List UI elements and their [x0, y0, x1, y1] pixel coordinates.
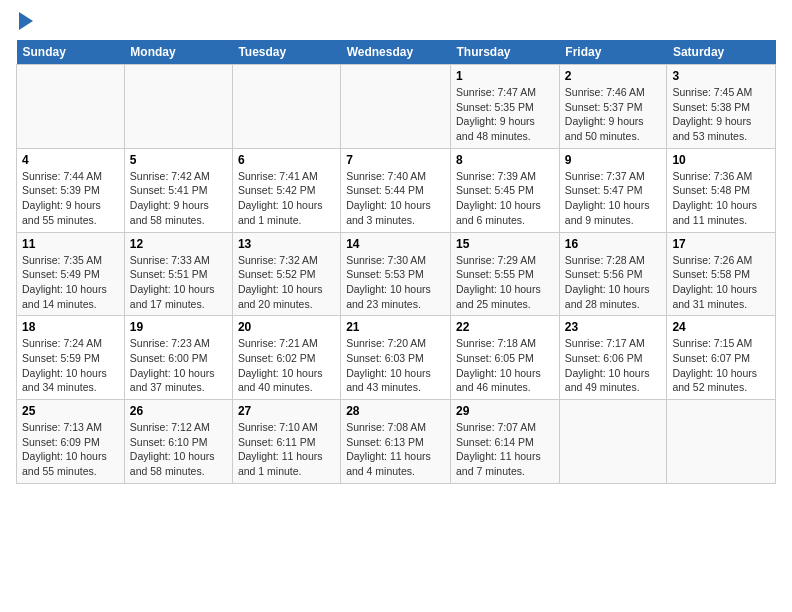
calendar-cell: 9Sunrise: 7:37 AMSunset: 5:47 PMDaylight… [559, 148, 667, 232]
calendar-cell: 11Sunrise: 7:35 AMSunset: 5:49 PMDayligh… [17, 232, 125, 316]
calendar-cell [232, 65, 340, 149]
day-number: 16 [565, 237, 662, 251]
day-number: 25 [22, 404, 119, 418]
day-info: Sunrise: 7:20 AMSunset: 6:03 PMDaylight:… [346, 336, 445, 395]
header-cell-tuesday: Tuesday [232, 40, 340, 65]
day-info: Sunrise: 7:18 AMSunset: 6:05 PMDaylight:… [456, 336, 554, 395]
calendar-cell: 1Sunrise: 7:47 AMSunset: 5:35 PMDaylight… [451, 65, 560, 149]
calendar-cell: 21Sunrise: 7:20 AMSunset: 6:03 PMDayligh… [341, 316, 451, 400]
day-info: Sunrise: 7:35 AMSunset: 5:49 PMDaylight:… [22, 253, 119, 312]
day-info: Sunrise: 7:12 AMSunset: 6:10 PMDaylight:… [130, 420, 227, 479]
day-info: Sunrise: 7:24 AMSunset: 5:59 PMDaylight:… [22, 336, 119, 395]
header-cell-thursday: Thursday [451, 40, 560, 65]
day-number: 17 [672, 237, 770, 251]
header-cell-friday: Friday [559, 40, 667, 65]
day-info: Sunrise: 7:23 AMSunset: 6:00 PMDaylight:… [130, 336, 227, 395]
day-number: 13 [238, 237, 335, 251]
day-number: 5 [130, 153, 227, 167]
day-number: 29 [456, 404, 554, 418]
day-number: 9 [565, 153, 662, 167]
calendar-cell [17, 65, 125, 149]
logo [16, 16, 33, 30]
day-number: 1 [456, 69, 554, 83]
day-info: Sunrise: 7:29 AMSunset: 5:55 PMDaylight:… [456, 253, 554, 312]
day-number: 6 [238, 153, 335, 167]
day-info: Sunrise: 7:10 AMSunset: 6:11 PMDaylight:… [238, 420, 335, 479]
calendar-cell: 20Sunrise: 7:21 AMSunset: 6:02 PMDayligh… [232, 316, 340, 400]
week-row-4: 18Sunrise: 7:24 AMSunset: 5:59 PMDayligh… [17, 316, 776, 400]
week-row-3: 11Sunrise: 7:35 AMSunset: 5:49 PMDayligh… [17, 232, 776, 316]
calendar-cell: 5Sunrise: 7:42 AMSunset: 5:41 PMDaylight… [124, 148, 232, 232]
day-info: Sunrise: 7:37 AMSunset: 5:47 PMDaylight:… [565, 169, 662, 228]
day-number: 10 [672, 153, 770, 167]
calendar-cell: 10Sunrise: 7:36 AMSunset: 5:48 PMDayligh… [667, 148, 776, 232]
calendar-cell: 16Sunrise: 7:28 AMSunset: 5:56 PMDayligh… [559, 232, 667, 316]
day-info: Sunrise: 7:07 AMSunset: 6:14 PMDaylight:… [456, 420, 554, 479]
calendar-cell: 26Sunrise: 7:12 AMSunset: 6:10 PMDayligh… [124, 400, 232, 484]
calendar-cell: 28Sunrise: 7:08 AMSunset: 6:13 PMDayligh… [341, 400, 451, 484]
day-number: 21 [346, 320, 445, 334]
header-cell-wednesday: Wednesday [341, 40, 451, 65]
day-number: 27 [238, 404, 335, 418]
page-header [16, 16, 776, 30]
day-info: Sunrise: 7:17 AMSunset: 6:06 PMDaylight:… [565, 336, 662, 395]
day-info: Sunrise: 7:36 AMSunset: 5:48 PMDaylight:… [672, 169, 770, 228]
calendar-cell: 25Sunrise: 7:13 AMSunset: 6:09 PMDayligh… [17, 400, 125, 484]
calendar-cell: 18Sunrise: 7:24 AMSunset: 5:59 PMDayligh… [17, 316, 125, 400]
day-number: 2 [565, 69, 662, 83]
calendar-table: SundayMondayTuesdayWednesdayThursdayFrid… [16, 40, 776, 484]
day-number: 15 [456, 237, 554, 251]
day-info: Sunrise: 7:32 AMSunset: 5:52 PMDaylight:… [238, 253, 335, 312]
day-number: 14 [346, 237, 445, 251]
calendar-header: SundayMondayTuesdayWednesdayThursdayFrid… [17, 40, 776, 65]
day-info: Sunrise: 7:40 AMSunset: 5:44 PMDaylight:… [346, 169, 445, 228]
day-number: 26 [130, 404, 227, 418]
calendar-body: 1Sunrise: 7:47 AMSunset: 5:35 PMDaylight… [17, 65, 776, 484]
calendar-cell [667, 400, 776, 484]
calendar-cell: 14Sunrise: 7:30 AMSunset: 5:53 PMDayligh… [341, 232, 451, 316]
calendar-cell: 4Sunrise: 7:44 AMSunset: 5:39 PMDaylight… [17, 148, 125, 232]
week-row-1: 1Sunrise: 7:47 AMSunset: 5:35 PMDaylight… [17, 65, 776, 149]
day-info: Sunrise: 7:46 AMSunset: 5:37 PMDaylight:… [565, 85, 662, 144]
day-info: Sunrise: 7:26 AMSunset: 5:58 PMDaylight:… [672, 253, 770, 312]
day-number: 23 [565, 320, 662, 334]
day-info: Sunrise: 7:28 AMSunset: 5:56 PMDaylight:… [565, 253, 662, 312]
calendar-cell [124, 65, 232, 149]
calendar-cell [559, 400, 667, 484]
calendar-cell: 13Sunrise: 7:32 AMSunset: 5:52 PMDayligh… [232, 232, 340, 316]
day-number: 12 [130, 237, 227, 251]
day-info: Sunrise: 7:15 AMSunset: 6:07 PMDaylight:… [672, 336, 770, 395]
day-info: Sunrise: 7:39 AMSunset: 5:45 PMDaylight:… [456, 169, 554, 228]
day-number: 4 [22, 153, 119, 167]
header-cell-monday: Monday [124, 40, 232, 65]
day-info: Sunrise: 7:42 AMSunset: 5:41 PMDaylight:… [130, 169, 227, 228]
calendar-cell: 29Sunrise: 7:07 AMSunset: 6:14 PMDayligh… [451, 400, 560, 484]
day-info: Sunrise: 7:45 AMSunset: 5:38 PMDaylight:… [672, 85, 770, 144]
calendar-cell: 7Sunrise: 7:40 AMSunset: 5:44 PMDaylight… [341, 148, 451, 232]
day-info: Sunrise: 7:13 AMSunset: 6:09 PMDaylight:… [22, 420, 119, 479]
day-number: 18 [22, 320, 119, 334]
day-info: Sunrise: 7:33 AMSunset: 5:51 PMDaylight:… [130, 253, 227, 312]
calendar-cell: 27Sunrise: 7:10 AMSunset: 6:11 PMDayligh… [232, 400, 340, 484]
calendar-cell: 17Sunrise: 7:26 AMSunset: 5:58 PMDayligh… [667, 232, 776, 316]
day-number: 11 [22, 237, 119, 251]
calendar-cell [341, 65, 451, 149]
day-number: 8 [456, 153, 554, 167]
day-number: 3 [672, 69, 770, 83]
day-info: Sunrise: 7:41 AMSunset: 5:42 PMDaylight:… [238, 169, 335, 228]
day-number: 20 [238, 320, 335, 334]
calendar-cell: 2Sunrise: 7:46 AMSunset: 5:37 PMDaylight… [559, 65, 667, 149]
header-cell-saturday: Saturday [667, 40, 776, 65]
calendar-cell: 23Sunrise: 7:17 AMSunset: 6:06 PMDayligh… [559, 316, 667, 400]
day-number: 22 [456, 320, 554, 334]
header-row: SundayMondayTuesdayWednesdayThursdayFrid… [17, 40, 776, 65]
week-row-5: 25Sunrise: 7:13 AMSunset: 6:09 PMDayligh… [17, 400, 776, 484]
calendar-cell: 8Sunrise: 7:39 AMSunset: 5:45 PMDaylight… [451, 148, 560, 232]
day-number: 7 [346, 153, 445, 167]
day-info: Sunrise: 7:47 AMSunset: 5:35 PMDaylight:… [456, 85, 554, 144]
day-number: 28 [346, 404, 445, 418]
day-info: Sunrise: 7:44 AMSunset: 5:39 PMDaylight:… [22, 169, 119, 228]
week-row-2: 4Sunrise: 7:44 AMSunset: 5:39 PMDaylight… [17, 148, 776, 232]
day-info: Sunrise: 7:08 AMSunset: 6:13 PMDaylight:… [346, 420, 445, 479]
day-info: Sunrise: 7:21 AMSunset: 6:02 PMDaylight:… [238, 336, 335, 395]
